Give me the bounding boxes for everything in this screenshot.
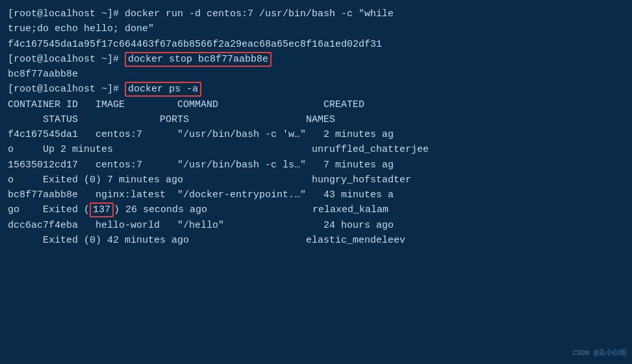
line-6: [root@localhost ~]# docker ps -a	[8, 82, 624, 97]
exit-code-137: 137	[90, 202, 114, 217]
line-container2a: 15635012cd17 centos:7 "/usr/bin/bash -c …	[8, 158, 624, 173]
line-header1: CONTAINER ID IMAGE COMMAND CREATED	[8, 97, 624, 112]
line-container3b: go Exited (137) 26 seconds ago relaxed_k…	[8, 202, 624, 217]
watermark: CSDN @吴小白呢	[572, 348, 627, 359]
terminal-window: [root@localhost ~]# docker run -d centos…	[0, 0, 632, 364]
line-1: [root@localhost ~]# docker run -d centos…	[8, 6, 624, 21]
docker-ps-command: docker ps -a	[125, 82, 201, 97]
line-container3a: bc8f77aabb8e nginx:latest "/docker-entry…	[8, 188, 624, 202]
line-header2: STATUS PORTS NAMES	[8, 112, 624, 127]
line-container4b: Exited (0) 42 minutes ago elastic_mendel…	[8, 233, 624, 248]
prompt-1: [root@localhost ~]# docker run -d centos…	[8, 8, 394, 19]
line-container2b: o Exited (0) 7 minutes ago hungry_hofsta…	[8, 173, 624, 188]
line-container4a: dcc6ac7f4eba hello-world "/hello" 24 hou…	[8, 218, 624, 233]
line-5: bc8f77aabb8e	[8, 67, 624, 82]
line-4: [root@localhost ~]# docker stop bc8f77aa…	[8, 52, 624, 67]
line-container1a: f4c167545da1 centos:7 "/usr/bin/bash -c …	[8, 127, 624, 142]
docker-stop-command: docker stop bc8f77aabb8e	[125, 52, 272, 67]
line-2: true;do echo hello; done"	[8, 21, 624, 36]
line-container1b: o Up 2 minutes unruffled_chatterjee	[8, 142, 624, 157]
line-3: f4c167545da1a95f17c664463f67a6b8566f2a29…	[8, 37, 624, 52]
